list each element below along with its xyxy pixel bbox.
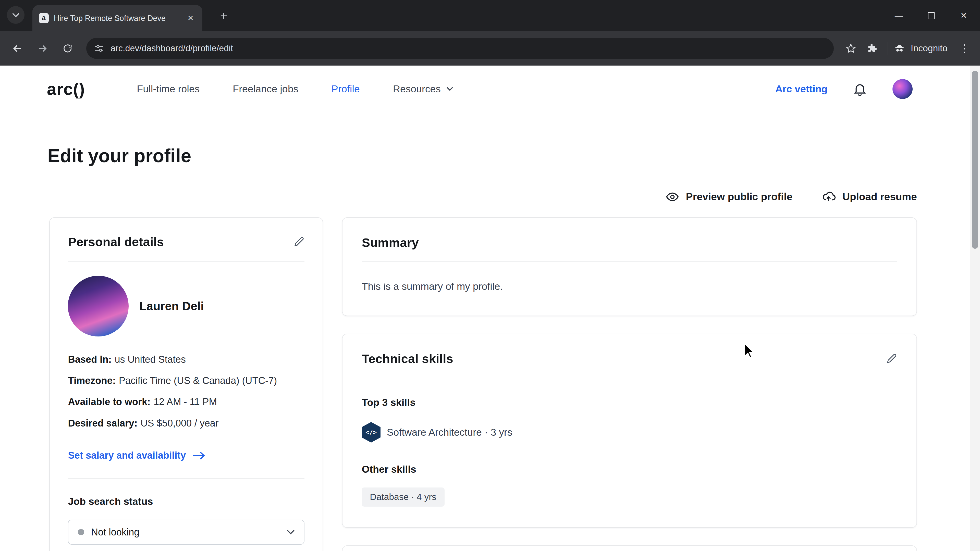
field-availability: Available to work:12 AM - 11 PM (68, 391, 304, 413)
arc-vetting-link[interactable]: Arc vetting (775, 83, 828, 95)
eye-icon (666, 190, 679, 203)
bell-icon (853, 82, 867, 97)
forward-arrow-icon (37, 43, 48, 55)
summary-card: Summary This is a summary of my profile. (342, 218, 917, 316)
main-content: Edit your profile Preview public profile… (0, 113, 970, 551)
field-desired-salary: Desired salary:US $50,000 / year (68, 413, 304, 434)
field-value: Pacific Time (US & Canada) (UTC-7) (119, 375, 277, 386)
set-salary-availability-label: Set salary and availability (68, 450, 186, 461)
skill-tag: Database · 4 yrs (362, 487, 444, 507)
window-close-button[interactable]: ✕ (948, 0, 980, 31)
puzzle-icon (866, 43, 878, 54)
incognito-badge: Incognito (893, 42, 948, 55)
edit-personal-details-button[interactable] (293, 236, 304, 248)
preview-public-profile-button[interactable]: Preview public profile (666, 190, 792, 203)
field-timezone: Timezone:Pacific Time (US & Canada) (UTC… (68, 370, 304, 391)
nav-profile[interactable]: Profile (331, 83, 360, 95)
divider (68, 262, 304, 262)
pencil-icon (886, 353, 897, 364)
field-value: US $50,000 / year (141, 418, 219, 429)
notifications-button[interactable] (853, 82, 867, 97)
address-bar[interactable]: arc.dev/dashboard/d/profile/edit (86, 38, 834, 59)
pencil-icon (293, 236, 304, 248)
personal-details-card: Personal details Lauren Deli Based in:us… (49, 218, 323, 551)
edit-technical-skills-button[interactable] (886, 353, 897, 364)
field-label: Desired salary: (68, 418, 137, 429)
cloud-upload-icon (822, 190, 835, 203)
browser-tab[interactable]: a Hire Top Remote Software Deve ✕ (32, 5, 202, 32)
chevron-down-icon (286, 530, 295, 535)
star-icon (845, 43, 856, 54)
field-value: 12 AM - 11 PM (154, 396, 217, 407)
profile-photo (68, 276, 129, 337)
skill-row: </> Software Architecture · 3 yrs (362, 422, 897, 443)
field-label: Available to work: (68, 396, 150, 407)
reload-button[interactable] (57, 38, 78, 59)
url-text: arc.dev/dashboard/d/profile/edit (110, 43, 233, 53)
window-controls: — ✕ (883, 0, 980, 31)
profile-name: Lauren Deli (139, 299, 204, 313)
header-right: Arc vetting (775, 79, 913, 99)
page-actions: Preview public profile Upload resume (666, 190, 917, 203)
job-search-status-value: Not looking (91, 527, 140, 538)
job-search-status-select[interactable]: Not looking (68, 519, 304, 545)
field-value: us United States (115, 354, 186, 365)
forward-button[interactable] (32, 38, 53, 59)
bookmark-button[interactable] (840, 38, 861, 59)
preview-public-profile-label: Preview public profile (686, 191, 792, 203)
window-maximize-button[interactable] (915, 0, 947, 31)
nav-resources-label: Resources (393, 83, 441, 95)
chevron-down-icon (12, 13, 19, 17)
technical-skills-title: Technical skills (362, 351, 453, 366)
status-dot-icon (78, 529, 84, 535)
page-scrollbar[interactable] (970, 65, 980, 551)
tab-favicon: a (39, 13, 49, 23)
job-search-status-title: Job search status (68, 496, 304, 507)
reload-icon (62, 43, 73, 54)
new-tab-button[interactable]: + (215, 7, 232, 24)
personal-details-title: Personal details (68, 235, 164, 249)
site-header: arc() Full-time roles Freelance jobs Pro… (0, 65, 970, 113)
chevron-down-icon (446, 87, 453, 91)
technical-skills-card: Technical skills Top 3 skills </> Softwa… (342, 333, 917, 528)
field-label: Based in: (68, 354, 111, 365)
tab-title: Hire Top Remote Software Deve (54, 14, 180, 23)
scrollbar-thumb[interactable] (972, 71, 978, 249)
other-skills-label: Other skills (362, 464, 897, 475)
profile-fields: Based in:us United States Timezone:Pacif… (68, 349, 304, 434)
summary-text: This is a summary of my profile. (362, 281, 897, 292)
upload-resume-button[interactable]: Upload resume (822, 190, 917, 203)
code-hexagon-icon: </> (362, 422, 380, 443)
browser-menu-button[interactable]: ⋮ (954, 38, 975, 59)
summary-title: Summary (362, 235, 418, 250)
user-avatar[interactable] (892, 79, 912, 99)
next-card-edge (342, 545, 917, 551)
nav-full-time-roles[interactable]: Full-time roles (137, 83, 200, 95)
field-based-in: Based in:us United States (68, 349, 304, 370)
window-minimize-button[interactable]: — (883, 0, 915, 31)
maximize-icon (928, 12, 935, 19)
site-info-icon[interactable] (94, 43, 104, 54)
arc-logo[interactable]: arc() (47, 79, 85, 99)
divider (362, 262, 897, 262)
toolbar-separator (888, 41, 888, 56)
right-column: Summary This is a summary of my profile.… (342, 218, 917, 551)
browser-tab-bar: a Hire Top Remote Software Deve ✕ + — ✕ (0, 0, 980, 31)
page-title: Edit your profile (48, 145, 191, 167)
top-skills-label: Top 3 skills (362, 397, 897, 408)
extensions-button[interactable] (861, 38, 883, 59)
primary-nav: Full-time roles Freelance jobs Profile R… (137, 83, 453, 95)
profile-identity: Lauren Deli (68, 276, 304, 337)
divider (362, 378, 897, 378)
incognito-label: Incognito (911, 43, 948, 54)
set-salary-availability-link[interactable]: Set salary and availability (68, 450, 304, 461)
tab-close-button[interactable]: ✕ (185, 13, 196, 24)
nav-freelance-jobs[interactable]: Freelance jobs (233, 83, 298, 95)
upload-resume-label: Upload resume (842, 191, 917, 203)
skill-label: Software Architecture · 3 yrs (387, 427, 512, 438)
back-button[interactable] (7, 38, 28, 59)
incognito-icon (893, 42, 906, 55)
nav-resources[interactable]: Resources (393, 83, 453, 95)
arrow-right-icon (192, 451, 205, 460)
tab-search-button[interactable] (7, 6, 24, 24)
